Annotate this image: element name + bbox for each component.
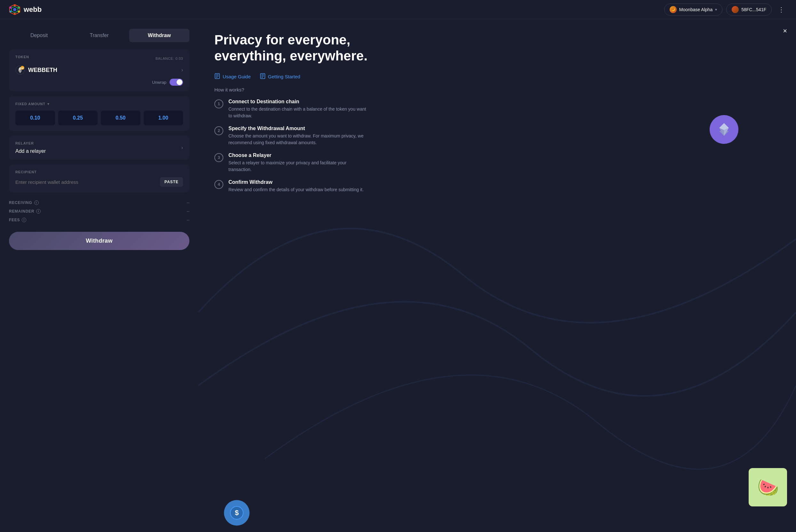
- step-2: 2 Specify the Withdrawal Amount Choose t…: [214, 126, 780, 146]
- step-3-number: 3: [214, 153, 223, 162]
- step-3-content: Choose a Relayer Select a relayer to max…: [228, 152, 369, 173]
- network-chevron-icon: ▾: [715, 7, 717, 12]
- paste-button[interactable]: PASTE: [160, 177, 183, 187]
- step-2-desc: Choose the amount you want to withdraw. …: [228, 133, 369, 146]
- nft-emoji: 🍉: [757, 477, 779, 497]
- amount-btn-2[interactable]: 0.50: [101, 111, 141, 125]
- step-2-number: 2: [214, 126, 223, 135]
- recipient-label: RECIPIENT: [15, 170, 183, 174]
- token-info: W WEBBETH: [15, 65, 57, 75]
- step-1-desc: Connect to the destination chain with a …: [228, 106, 369, 119]
- fixed-amount-chevron-icon: ▾: [47, 102, 49, 106]
- step-4-number: 4: [214, 180, 223, 189]
- steps: 1 Connect to Destination chain Connect t…: [214, 99, 780, 193]
- dollar-bubble: $: [224, 500, 249, 526]
- token-label: TOKEN: [15, 55, 29, 59]
- dollar-icon: $: [229, 506, 244, 520]
- tab-deposit[interactable]: Deposit: [9, 29, 69, 42]
- how-it-works-label: How it works?: [214, 87, 780, 92]
- tab-transfer[interactable]: Transfer: [69, 29, 129, 42]
- step-4-content: Confirm Withdraw Review and confirm the …: [228, 179, 364, 193]
- amount-buttons: 0.10 0.25 0.50 1.00: [15, 111, 183, 125]
- background-lines: [198, 19, 796, 532]
- fees-row: FEES i --: [9, 215, 189, 224]
- amount-btn-3[interactable]: 1.00: [144, 111, 183, 125]
- fees-info-icon[interactable]: i: [22, 218, 26, 222]
- main: Deposit Transfer Withdraw TOKEN BALANCE:…: [0, 19, 796, 532]
- token-chevron-icon: ›: [181, 67, 183, 73]
- tabs: Deposit Transfer Withdraw: [9, 29, 189, 42]
- relayer-chevron-icon: ›: [181, 145, 183, 151]
- step-1-number: 1: [214, 99, 223, 108]
- step-3: 3 Choose a Relayer Select a relayer to m…: [214, 152, 780, 173]
- nft-card: 🍉: [749, 468, 787, 507]
- svg-point-6: [14, 13, 16, 15]
- logo: webb: [9, 4, 42, 15]
- recipient-card: RECIPIENT PASTE: [9, 164, 189, 192]
- network-button[interactable]: 🌙 Moonbase Alpha ▾: [664, 3, 722, 16]
- toggle-thumb: [177, 79, 182, 85]
- getting-started-label: Getting Started: [268, 74, 300, 79]
- amount-btn-0[interactable]: 0.10: [15, 111, 55, 125]
- step-3-title: Choose a Relayer: [228, 152, 369, 158]
- getting-started-icon: [260, 73, 265, 80]
- close-button[interactable]: ×: [783, 27, 787, 35]
- remainder-value: --: [186, 209, 189, 213]
- usage-guide-icon: [214, 73, 220, 80]
- wallet-avatar: [732, 6, 739, 13]
- svg-text:W: W: [21, 67, 24, 70]
- svg-text:$: $: [235, 509, 239, 517]
- remainder-label: REMAINDER i: [9, 209, 41, 213]
- receiving-info-icon[interactable]: i: [34, 201, 39, 205]
- token-field-header: TOKEN BALANCE: 0.03: [15, 55, 183, 62]
- wallet-button[interactable]: 58FC...541F: [726, 3, 772, 16]
- network-icon: 🌙: [670, 6, 677, 13]
- more-button[interactable]: ⋮: [776, 4, 787, 15]
- unwrap-label: Unwrap: [152, 80, 166, 85]
- unwrap-row: Unwrap: [15, 79, 183, 86]
- tab-withdraw[interactable]: Withdraw: [129, 29, 189, 42]
- recipient-input[interactable]: [15, 179, 157, 185]
- step-3-desc: Select a relayer to maximize your privac…: [228, 159, 369, 173]
- step-4-title: Confirm Withdraw: [228, 179, 364, 185]
- remainder-info-icon[interactable]: i: [36, 209, 41, 213]
- relayer-label: RELAYER: [15, 141, 46, 145]
- wallet-address: 58FC...541F: [741, 7, 766, 12]
- webb-logo-icon: [9, 4, 20, 15]
- token-card: TOKEN BALANCE: 0.03 W WEBBETH: [9, 49, 189, 92]
- token-row[interactable]: W WEBBETH ›: [15, 65, 183, 75]
- fixed-amount-header[interactable]: FIXED AMOUNT ▾: [15, 102, 183, 106]
- header-right: 🌙 Moonbase Alpha ▾ 58FC...541F ⋮: [664, 3, 787, 16]
- getting-started-link[interactable]: Getting Started: [260, 73, 300, 80]
- eth-bubble: [710, 115, 738, 144]
- receiving-label: RECEIVING i: [9, 201, 39, 205]
- svg-point-4: [18, 7, 20, 8]
- step-2-title: Specify the Withdrawal Amount: [228, 126, 369, 131]
- relayer-card[interactable]: RELAYER Add a relayer ›: [9, 136, 189, 160]
- amount-btn-1[interactable]: 0.25: [58, 111, 98, 125]
- fixed-amount-label: FIXED AMOUNT: [15, 102, 45, 106]
- balance-text: BALANCE: 0.03: [155, 57, 183, 60]
- left-panel: Deposit Transfer Withdraw TOKEN BALANCE:…: [0, 19, 198, 532]
- usage-guide-label: Usage Guide: [223, 74, 251, 79]
- svg-point-5: [18, 11, 20, 13]
- unwrap-toggle[interactable]: [170, 79, 183, 86]
- receiving-value: --: [186, 200, 189, 205]
- relayer-value: Add a relayer: [15, 148, 46, 154]
- network-label: Moonbase Alpha: [679, 7, 712, 12]
- svg-point-7: [10, 11, 12, 13]
- step-4-desc: Review and confirm the details of your w…: [228, 186, 364, 193]
- info-rows: RECEIVING i -- REMAINDER i -- FEES i --: [9, 198, 189, 224]
- right-panel: × Privacy for everyone, everything, ever…: [198, 19, 796, 532]
- guide-links: Usage Guide Getting Started: [214, 73, 780, 80]
- hero-title: Privacy for everyone, everything, everyw…: [214, 32, 406, 64]
- svg-point-8: [10, 7, 12, 8]
- svg-point-3: [14, 4, 16, 6]
- withdraw-button[interactable]: Withdraw: [9, 232, 189, 250]
- usage-guide-link[interactable]: Usage Guide: [214, 73, 251, 80]
- relayer-content: RELAYER Add a relayer: [15, 141, 46, 154]
- step-1-title: Connect to Destination chain: [228, 99, 369, 104]
- recipient-input-row: PASTE: [15, 177, 183, 187]
- step-1: 1 Connect to Destination chain Connect t…: [214, 99, 780, 119]
- remainder-row: REMAINDER i --: [9, 207, 189, 215]
